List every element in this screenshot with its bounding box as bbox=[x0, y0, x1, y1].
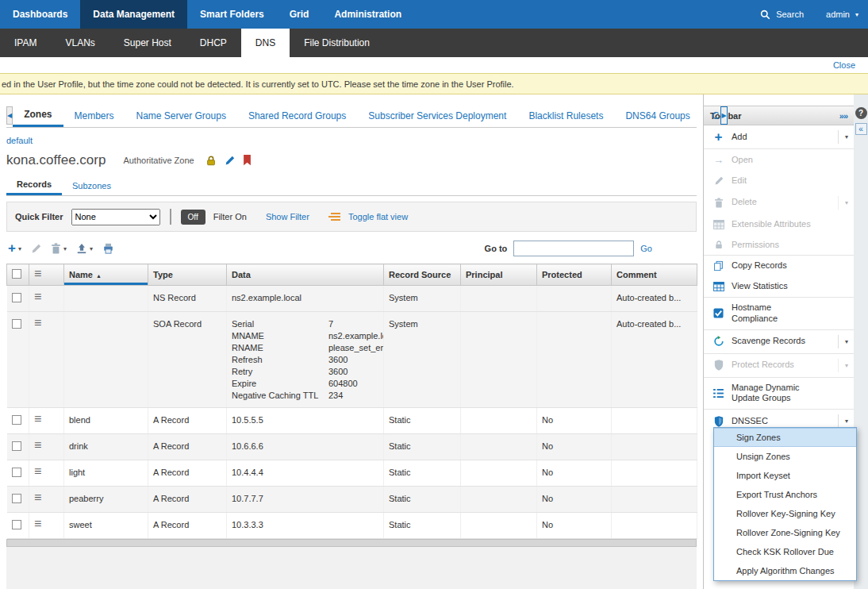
row-drag-handle[interactable]: ≡ bbox=[34, 316, 41, 329]
table-row[interactable]: ≡ NS Record ns2.example.local System Aut… bbox=[7, 286, 697, 312]
cell-data: Serial7 MNAMEns2.example.lo... RNAMEplea… bbox=[227, 312, 384, 408]
tab-members[interactable]: Members bbox=[63, 104, 125, 127]
delete-record-button: ▾ bbox=[49, 241, 68, 256]
table-row[interactable]: ≡ light A Record 10.4.4.4 Static No bbox=[7, 460, 697, 487]
row-drag-handle[interactable]: ≡ bbox=[34, 517, 41, 530]
cell-data: 10.5.5.5 bbox=[227, 408, 384, 434]
row-drag-handle[interactable]: ≡ bbox=[34, 438, 41, 452]
header-data[interactable]: Data bbox=[227, 264, 384, 286]
menu-item-unsign-zones[interactable]: Unsign Zones bbox=[714, 447, 856, 466]
subnav-dns[interactable]: DNS bbox=[241, 29, 290, 57]
nav-smart-folders[interactable]: Smart Folders bbox=[187, 0, 277, 29]
search-label[interactable]: Search bbox=[776, 10, 804, 19]
table-row[interactable]: ≡ sweet A Record 10.3.3.3 Static No bbox=[7, 513, 697, 539]
row-drag-handle[interactable]: ≡ bbox=[34, 412, 41, 425]
subnav-file-distribution[interactable]: File Distribution bbox=[290, 29, 384, 57]
user-menu[interactable]: admin bbox=[826, 10, 850, 19]
row-drag-handle[interactable]: ≡ bbox=[34, 464, 41, 478]
breadcrumb[interactable]: default bbox=[6, 136, 697, 145]
export-button[interactable]: ▾ bbox=[75, 241, 94, 256]
tab-dns64-groups[interactable]: DNS64 Groups bbox=[614, 104, 701, 127]
tab-scroll-right-icon[interactable]: ▶ bbox=[720, 106, 727, 125]
horizontal-scrollbar[interactable] bbox=[6, 539, 697, 547]
subnav-ipam[interactable]: IPAM bbox=[0, 29, 51, 57]
user-caret-icon[interactable]: ▾ bbox=[855, 11, 858, 18]
cell-principal bbox=[461, 286, 537, 312]
table-row[interactable]: ≡ blend A Record 10.5.5.5 Static No bbox=[7, 408, 697, 434]
row-checkbox[interactable] bbox=[12, 415, 21, 425]
nav-grid[interactable]: Grid bbox=[277, 0, 322, 29]
tab-shared-record-groups[interactable]: Shared Record Groups bbox=[237, 104, 357, 127]
row-checkbox[interactable] bbox=[12, 468, 21, 477]
table-row[interactable]: ≡ drink A Record 10.6.6.6 Static No bbox=[7, 434, 697, 460]
toggle-flat-view-link[interactable]: Toggle flat view bbox=[348, 212, 408, 221]
header-select-all[interactable] bbox=[7, 264, 29, 286]
tab-zones[interactable]: Zones bbox=[13, 104, 63, 127]
help-icon[interactable]: ? bbox=[855, 107, 867, 119]
tab-partial[interactable]: C bbox=[701, 104, 721, 127]
header-comment[interactable]: Comment bbox=[612, 264, 697, 286]
search-icon[interactable] bbox=[760, 10, 770, 20]
menu-item-export-trust-anchors[interactable]: Export Trust Anchors bbox=[714, 485, 856, 504]
select-all-checkbox[interactable] bbox=[12, 269, 21, 279]
nav-data-management[interactable]: Data Management bbox=[80, 0, 187, 29]
add-caret-icon[interactable]: ▾ bbox=[838, 130, 851, 144]
show-filter-link[interactable]: Show Filter bbox=[266, 212, 309, 221]
header-record-source[interactable]: Record Source bbox=[384, 264, 461, 286]
nav-dashboards[interactable]: Dashboards bbox=[0, 0, 80, 29]
toolbar-item-scavenge-records[interactable]: Scavenge Records ▾ bbox=[704, 330, 854, 353]
header-name[interactable]: Name▲ bbox=[64, 264, 148, 286]
collapse-panel-icon[interactable]: « bbox=[855, 123, 867, 135]
menu-item-rollover-zone-signing-key[interactable]: Rollover Zone-Signing Key bbox=[714, 523, 856, 542]
print-button[interactable] bbox=[101, 241, 116, 256]
menu-item-rollover-key-signing-key[interactable]: Rollover Key-Signing Key bbox=[714, 504, 856, 523]
header-principal[interactable]: Principal bbox=[461, 264, 537, 286]
subnav-vlans[interactable]: VLANs bbox=[51, 29, 109, 57]
toolbar-item-add[interactable]: + Add ▾ bbox=[704, 125, 854, 148]
row-checkbox[interactable] bbox=[12, 494, 21, 503]
menu-item-apply-algorithm-changes[interactable]: Apply Algorithm Changes bbox=[714, 561, 856, 580]
bookmark-flag-icon[interactable] bbox=[243, 155, 252, 166]
toolbar-item-copy-records[interactable]: Copy Records bbox=[704, 256, 854, 276]
table-row[interactable]: ≡ peaberry A Record 10.7.7.7 Static No bbox=[7, 487, 697, 513]
tab-blacklist-rulesets[interactable]: Blacklist Rulesets bbox=[517, 104, 614, 127]
row-checkbox[interactable] bbox=[12, 293, 21, 302]
goto-button[interactable]: Go bbox=[640, 244, 652, 253]
dnssec-caret-icon[interactable]: ▾ bbox=[838, 414, 851, 428]
filter-off-toggle[interactable]: Off bbox=[181, 210, 205, 225]
tab-scroll-left-icon[interactable]: ◀ bbox=[6, 106, 13, 125]
goto-input[interactable] bbox=[513, 241, 634, 256]
row-checkbox[interactable] bbox=[12, 520, 21, 529]
header-type[interactable]: Type bbox=[148, 264, 227, 286]
edit-zone-icon[interactable] bbox=[225, 156, 235, 166]
toolbar-item-manage-dynamic-update-groups[interactable]: Manage Dynamic Update Groups bbox=[704, 378, 854, 410]
toolbar-item-hostname-compliance[interactable]: Hostname Compliance bbox=[704, 298, 854, 329]
nav-administration[interactable]: Administration bbox=[321, 0, 414, 29]
tab-subscriber-services-deployment[interactable]: Subscriber Services Deployment bbox=[357, 104, 517, 127]
menu-item-import-keyset[interactable]: Import Keyset bbox=[714, 466, 856, 485]
menu-item-sign-zones[interactable]: Sign Zones bbox=[714, 428, 856, 447]
row-checkbox[interactable] bbox=[12, 319, 21, 329]
cell-type: SOA Record bbox=[148, 312, 227, 408]
tab-name-server-groups[interactable]: Name Server Groups bbox=[125, 104, 237, 127]
row-drag-handle[interactable]: ≡ bbox=[34, 290, 41, 303]
cell-record-source: Static bbox=[384, 434, 461, 460]
row-checkbox[interactable] bbox=[12, 441, 21, 451]
subtab-records[interactable]: Records bbox=[6, 175, 62, 195]
toolbar-item-view-statistics[interactable]: View Statistics bbox=[704, 276, 854, 297]
close-link[interactable]: Close bbox=[833, 60, 855, 70]
scavenge-caret-icon[interactable]: ▾ bbox=[838, 335, 851, 348]
header-protected[interactable]: Protected bbox=[537, 264, 612, 286]
subtab-subzones[interactable]: Subzones bbox=[62, 175, 121, 195]
add-caret-icon[interactable]: ▾ bbox=[18, 245, 21, 252]
menu-item-check-ksk-rollover-due[interactable]: Check KSK Rollover Due bbox=[714, 542, 856, 561]
subnav-super-host[interactable]: Super Host bbox=[109, 29, 186, 57]
cell-comment bbox=[612, 434, 697, 460]
table-row[interactable]: ≡ SOA Record Serial7 MNAMEns2.example.lo… bbox=[7, 312, 697, 408]
subnav-dhcp[interactable]: DHCP bbox=[186, 29, 241, 57]
export-caret-icon[interactable]: ▾ bbox=[90, 245, 93, 252]
add-record-button[interactable]: + ▾ bbox=[6, 242, 23, 255]
toolbar-expand-icon2[interactable]: » bbox=[843, 111, 847, 121]
row-drag-handle[interactable]: ≡ bbox=[34, 491, 41, 504]
quick-filter-select[interactable]: None bbox=[71, 209, 160, 225]
